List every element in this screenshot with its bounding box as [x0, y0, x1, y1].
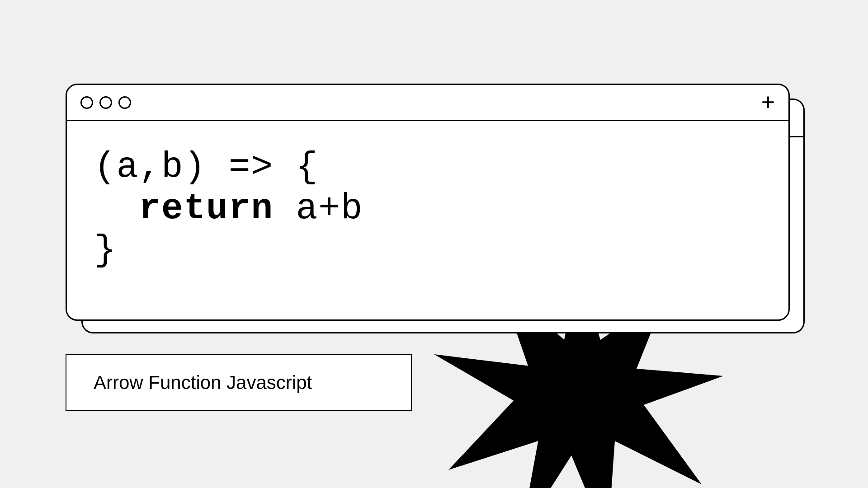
code-line-1: (a,b) => {	[94, 146, 318, 188]
window-dot-icon	[99, 96, 112, 109]
code-line-3: }	[94, 230, 117, 271]
code-keyword-return: return	[139, 188, 274, 229]
window-titlebar: +	[67, 85, 788, 121]
code-expression: a+b	[274, 188, 363, 229]
window-control-dots	[80, 96, 131, 109]
code-snippet: (a,b) => { return a+b }	[67, 121, 788, 296]
plus-icon: +	[761, 93, 775, 112]
code-indent	[94, 188, 139, 229]
canvas: + (a,b) => { return a+b } Arrow Function…	[0, 0, 868, 488]
caption-label: Arrow Function Javascript	[94, 372, 312, 394]
window-dot-icon	[80, 96, 93, 109]
window-dot-icon	[118, 96, 131, 109]
code-window: + (a,b) => { return a+b }	[66, 84, 790, 321]
caption-box: Arrow Function Javascript	[66, 354, 412, 411]
